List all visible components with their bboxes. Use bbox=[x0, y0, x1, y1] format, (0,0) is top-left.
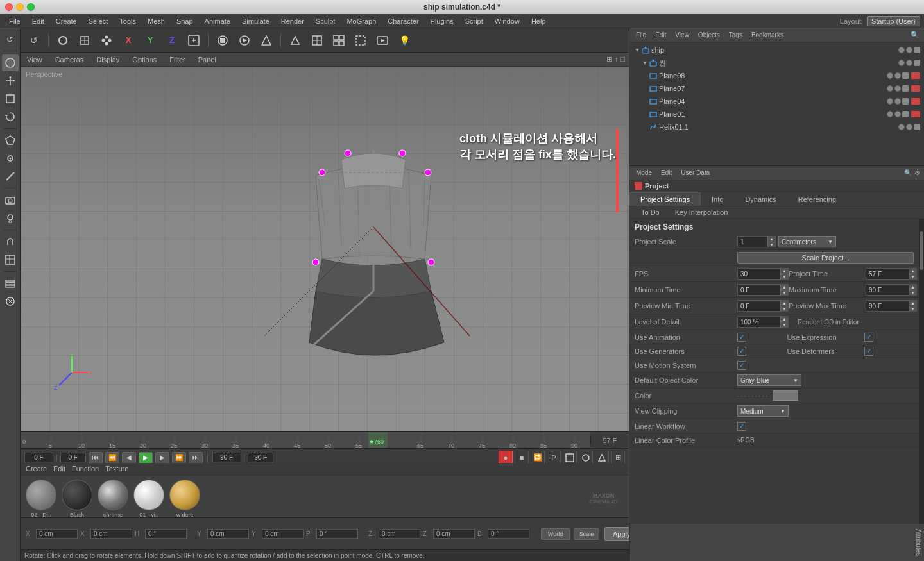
tag-plane08-red[interactable] bbox=[911, 72, 920, 79]
attr-tool-edit[interactable]: Edit bbox=[658, 169, 674, 177]
visibility-plane01[interactable] bbox=[887, 111, 893, 117]
material-item-3[interactable]: 01 - yi.. bbox=[133, 480, 164, 518]
cb-linear-workflow[interactable] bbox=[737, 422, 746, 431]
mat-menu-create[interactable]: Create bbox=[26, 465, 47, 473]
viewport-menu-display[interactable]: Display bbox=[94, 54, 122, 65]
tool-camera[interactable] bbox=[2, 192, 19, 208]
mat-menu-function[interactable]: Function bbox=[72, 465, 99, 473]
tab-dynamics[interactable]: Dynamics bbox=[734, 192, 787, 206]
color-tag-ship[interactable] bbox=[914, 47, 920, 53]
tool-point[interactable] bbox=[2, 150, 19, 167]
prevmin-down[interactable]: ▼ bbox=[780, 306, 788, 312]
material-item-0[interactable]: 02 - Di.. bbox=[26, 480, 56, 518]
tb-light-on[interactable]: 💡 bbox=[395, 31, 414, 49]
spinner-up-scale[interactable]: ▲ bbox=[767, 236, 775, 242]
scene-row-scene[interactable]: ▼ 씬 bbox=[638, 56, 923, 69]
tool-paint[interactable] bbox=[2, 293, 19, 310]
tool-texture[interactable] bbox=[2, 251, 19, 268]
spinner-project-time[interactable]: 57 F ▲ ▼ bbox=[866, 268, 917, 280]
coord-x2-input[interactable] bbox=[90, 529, 132, 539]
menu-mograph[interactable]: MoGraph bbox=[341, 16, 381, 26]
transport-prev-key[interactable]: ⏪ bbox=[105, 452, 119, 464]
spinner-preview-min[interactable]: 0 F ▲ ▼ bbox=[737, 300, 789, 312]
coord-y-input[interactable] bbox=[207, 529, 249, 539]
subtab-todo[interactable]: To Do bbox=[633, 206, 667, 218]
transport-go-start[interactable]: ⏮ bbox=[89, 452, 103, 464]
coord-z2-input[interactable] bbox=[433, 529, 475, 539]
prevmax-up[interactable]: ▲ bbox=[909, 300, 916, 306]
spinner-project-scale[interactable]: 1 ▲ ▼ bbox=[737, 236, 776, 247]
tb-floor[interactable] bbox=[307, 31, 327, 49]
viewport-canvas[interactable]: Perspective X Y Z bbox=[21, 67, 629, 431]
subtab-key-interp[interactable]: Key Interpolation bbox=[667, 206, 736, 218]
tb-undo[interactable]: ↺ bbox=[24, 31, 44, 49]
tb-render-region[interactable] bbox=[351, 31, 370, 49]
spinner-min-time[interactable]: 0 F ▲ ▼ bbox=[737, 284, 789, 296]
mintime-up[interactable]: ▲ bbox=[780, 284, 788, 290]
attr-tool-mode[interactable]: Mode bbox=[633, 169, 654, 177]
render-plane04[interactable] bbox=[894, 98, 901, 105]
menu-help[interactable]: Help bbox=[526, 16, 551, 26]
material-item-2[interactable]: chrome bbox=[98, 480, 128, 518]
coord-p-input[interactable] bbox=[316, 529, 358, 539]
render-plane08[interactable] bbox=[894, 72, 901, 79]
expand-scene[interactable]: ▼ bbox=[641, 59, 649, 67]
menu-create[interactable]: Create bbox=[51, 16, 82, 26]
material-item-1[interactable]: Black bbox=[62, 480, 92, 518]
scene-row-plane04[interactable]: Plane04 bbox=[646, 95, 923, 108]
tool-undo[interactable]: ↺ bbox=[2, 31, 19, 47]
menu-sculpt[interactable]: Sculpt bbox=[311, 16, 341, 26]
coord-b-input[interactable] bbox=[488, 529, 529, 539]
viewport-menu-panel[interactable]: Panel bbox=[196, 54, 219, 65]
menu-select[interactable]: Select bbox=[83, 16, 114, 26]
viewport-menu-view[interactable]: View bbox=[24, 54, 45, 65]
tb-auto-keyframe[interactable] bbox=[257, 31, 276, 49]
menu-render[interactable]: Render bbox=[276, 16, 309, 26]
color-plane08[interactable] bbox=[902, 72, 909, 79]
tb-perspective[interactable] bbox=[286, 31, 305, 49]
color-tag-scene[interactable] bbox=[914, 60, 920, 66]
mat-menu-texture[interactable]: Texture bbox=[105, 465, 128, 473]
frame-field-2[interactable] bbox=[60, 453, 86, 462]
fps-up[interactable]: ▲ bbox=[780, 268, 788, 274]
tag-plane01-red[interactable] bbox=[911, 111, 920, 117]
maxtime-down[interactable]: ▼ bbox=[909, 290, 916, 296]
close-button[interactable] bbox=[5, 3, 13, 11]
menu-window[interactable]: Window bbox=[490, 16, 525, 26]
menu-animate[interactable]: Animate bbox=[200, 16, 235, 26]
max-frame-field[interactable] bbox=[212, 453, 241, 462]
visibility-plane04[interactable] bbox=[887, 98, 893, 105]
cb-use-def[interactable] bbox=[864, 347, 873, 356]
visibility-helix[interactable] bbox=[898, 124, 905, 130]
attributes-side-label[interactable]: Attributes bbox=[629, 524, 924, 561]
attr-tool-userdata[interactable]: User Data bbox=[678, 169, 712, 177]
menu-simulate[interactable]: Simulate bbox=[237, 16, 275, 26]
transport-next-frame[interactable]: ▶ bbox=[155, 452, 169, 464]
scene-row-plane01[interactable]: Plane01 bbox=[646, 108, 923, 121]
tab-referencing[interactable]: Referencing bbox=[787, 192, 847, 206]
mintime-down[interactable]: ▼ bbox=[780, 290, 788, 296]
visibility-plane08[interactable] bbox=[887, 72, 893, 79]
render-dot-scene[interactable] bbox=[906, 60, 912, 66]
maxtime-up[interactable]: ▲ bbox=[909, 284, 916, 290]
tb-rotate-z[interactable]: Z bbox=[162, 31, 182, 49]
vp-icon-1[interactable]: ⊞ bbox=[606, 55, 612, 63]
tb-transform[interactable] bbox=[184, 31, 203, 49]
tb-rotate-x[interactable]: X bbox=[119, 31, 138, 49]
color-swatch[interactable] bbox=[773, 390, 798, 401]
attr-search-icon[interactable]: 🔍 bbox=[904, 169, 912, 176]
transport-go-end[interactable]: ⏭ bbox=[189, 452, 203, 464]
cb-use-motion[interactable] bbox=[737, 361, 746, 370]
viewport-menu-cameras[interactable]: Cameras bbox=[53, 54, 87, 65]
coord-y2-input[interactable] bbox=[262, 529, 304, 539]
prevmax-down[interactable]: ▼ bbox=[909, 306, 916, 312]
spinner-fps[interactable]: 30 ▲ ▼ bbox=[737, 268, 789, 280]
scene-row-ship[interactable]: ▼ ship bbox=[631, 44, 923, 56]
viewport-menu-options[interactable]: Options bbox=[130, 54, 159, 65]
viewport-menu-filter[interactable]: Filter bbox=[167, 54, 187, 65]
max-frame-field-2[interactable] bbox=[248, 453, 273, 462]
tb-model[interactable] bbox=[53, 31, 73, 49]
cb-use-gen[interactable] bbox=[737, 347, 746, 356]
scene-row-helix[interactable]: Helix01.1 bbox=[646, 121, 923, 133]
transport-play[interactable]: ▶ bbox=[139, 452, 153, 464]
